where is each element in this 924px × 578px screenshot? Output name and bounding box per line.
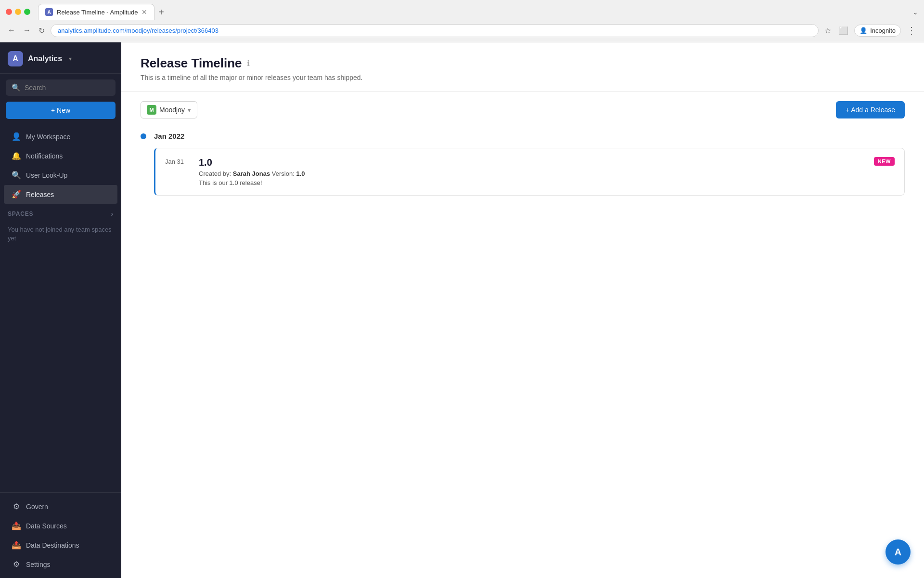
address-bar[interactable]: analytics.amplitude.com/moodjoy/releases…	[51, 24, 819, 37]
sidebar-item-settings[interactable]: ⚙ Settings	[4, 555, 117, 574]
app-chevron-icon: ▾	[69, 55, 72, 62]
release-date: Jan 31	[165, 157, 189, 165]
release-version: 1.0	[199, 157, 864, 168]
browser-more-button[interactable]: ⋮	[905, 23, 918, 38]
tab-close-button[interactable]: ✕	[141, 8, 147, 16]
sidebar: A Analytics ▾ 🔍 + New 👤 My Workspace 🔔 N…	[0, 42, 121, 578]
timeline-dot-icon	[141, 133, 146, 139]
address-base: analytics.amplitude.com	[58, 27, 125, 34]
tab-bar: Release Timeline - Amplitude ✕ +	[38, 4, 909, 20]
reload-button[interactable]: ↻	[37, 24, 47, 37]
active-tab[interactable]: Release Timeline - Amplitude ✕	[38, 4, 154, 20]
search-icon: 🔍	[12, 83, 21, 92]
search-input[interactable]	[25, 84, 110, 92]
maximize-window-button[interactable]	[24, 9, 30, 15]
forward-button[interactable]: →	[21, 24, 33, 37]
notifications-icon: 🔔	[12, 151, 21, 160]
back-button[interactable]: ←	[6, 24, 17, 37]
user-lookup-icon: 🔍	[12, 171, 21, 180]
sidebar-nav: 👤 My Workspace 🔔 Notifications 🔍 User Lo…	[0, 125, 121, 492]
sidebar-bottom: ⚙ Govern 📥 Data Sources 📤 Data Destinati…	[0, 492, 121, 578]
govern-icon: ⚙	[12, 502, 21, 511]
content-toolbar: M Moodjoy ▾ + Add a Release	[121, 92, 924, 128]
sidebar-item-label: Data Destinations	[26, 541, 79, 549]
spaces-label: SPACES	[8, 210, 33, 217]
my-workspace-icon: 👤	[12, 132, 21, 141]
timeline-month-jan2022: Jan 2022	[141, 132, 905, 140]
fab-button[interactable]: A	[886, 539, 911, 565]
incognito-icon: 👤	[860, 27, 867, 34]
address-text: analytics.amplitude.com/moodjoy/releases…	[58, 27, 811, 34]
sidebar-item-label: Settings	[26, 561, 51, 568]
page-title: Release Timeline	[141, 56, 242, 71]
info-icon[interactable]: ℹ	[247, 59, 250, 68]
sidebar-item-releases[interactable]: 🚀 Releases	[4, 185, 117, 204]
incognito-label: Incognito	[870, 27, 896, 34]
settings-icon: ⚙	[12, 560, 21, 569]
extensions-button[interactable]: ⬜	[837, 24, 850, 37]
sidebar-item-data-sources[interactable]: 📥 Data Sources	[4, 516, 117, 535]
tab-title: Release Timeline - Amplitude	[57, 9, 138, 16]
project-icon: M	[147, 105, 156, 115]
release-version-label: 1.0	[296, 170, 305, 177]
sidebar-item-label: My Workspace	[26, 133, 70, 141]
release-author: Sarah Jonas	[233, 170, 270, 177]
new-badge: NEW	[874, 157, 895, 166]
data-destinations-icon: 📤	[12, 540, 21, 550]
add-release-label: + Add a Release	[846, 106, 895, 114]
page-title-row: Release Timeline ℹ	[141, 56, 905, 71]
page-subtitle: This is a timeline of all the major or m…	[141, 74, 905, 81]
sidebar-search[interactable]: 🔍	[6, 79, 116, 96]
main-content: Release Timeline ℹ This is a timeline of…	[121, 42, 924, 578]
browser-nav-bar: ← → ↻ analytics.amplitude.com/moodjoy/re…	[0, 20, 924, 42]
spaces-empty-message: You have not joined any team spaces yet	[0, 221, 121, 250]
sidebar-item-label: Notifications	[26, 152, 63, 160]
nav-icons: ☆ ⬜ 👤 Incognito ⋮	[822, 23, 918, 38]
tab-favicon-icon	[45, 8, 53, 16]
bookmark-button[interactable]: ☆	[822, 24, 833, 37]
new-tab-button[interactable]: +	[154, 5, 168, 20]
sidebar-item-label: Releases	[26, 191, 54, 198]
release-description: This is our 1.0 release!	[199, 179, 864, 186]
timeline-month-label: Jan 2022	[154, 132, 184, 140]
sidebar-item-label: Govern	[26, 503, 48, 511]
new-button[interactable]: + New	[6, 102, 116, 119]
project-name: Moodjoy	[159, 106, 185, 114]
address-path: /moodjoy/releases/project/366403	[125, 27, 218, 34]
browser-chrome: Release Timeline - Amplitude ✕ + ⌄ ← → ↻…	[0, 0, 924, 42]
sidebar-item-notifications[interactable]: 🔔 Notifications	[4, 146, 117, 165]
sidebar-item-my-workspace[interactable]: 👤 My Workspace	[4, 127, 117, 146]
fab-icon: A	[895, 547, 901, 558]
minimize-window-button[interactable]	[15, 9, 21, 15]
page-header: Release Timeline ℹ This is a timeline of…	[121, 42, 924, 92]
window-controls	[6, 9, 30, 15]
project-chevron-icon: ▾	[188, 106, 191, 114]
project-selector[interactable]: M Moodjoy ▾	[141, 101, 197, 118]
releases-icon: 🚀	[12, 190, 21, 199]
release-info: 1.0 Created by: Sarah Jonas Version: 1.0…	[199, 157, 864, 186]
release-card[interactable]: Jan 31 1.0 Created by: Sarah Jonas Versi…	[154, 148, 905, 196]
sidebar-item-govern[interactable]: ⚙ Govern	[4, 497, 117, 516]
data-sources-icon: 📥	[12, 521, 21, 530]
sidebar-header: A Analytics ▾	[0, 42, 121, 74]
app-layout: A Analytics ▾ 🔍 + New 👤 My Workspace 🔔 N…	[0, 42, 924, 578]
sidebar-item-user-lookup[interactable]: 🔍 User Look-Up	[4, 166, 117, 184]
sidebar-item-label: Data Sources	[26, 522, 67, 530]
release-meta: Created by: Sarah Jonas Version: 1.0	[199, 170, 864, 177]
app-logo: A	[8, 51, 23, 66]
spaces-expand-icon[interactable]: ›	[111, 210, 114, 218]
close-window-button[interactable]	[6, 9, 12, 15]
timeline: Jan 2022 Jan 31 1.0 Created by: Sarah Jo…	[121, 128, 924, 215]
sidebar-item-label: User Look-Up	[26, 171, 67, 179]
app-name: Analytics	[28, 54, 62, 63]
incognito-badge: 👤 Incognito	[854, 25, 901, 37]
add-release-button[interactable]: + Add a Release	[836, 101, 905, 118]
sidebar-item-data-destinations[interactable]: 📤 Data Destinations	[4, 536, 117, 554]
browser-chevron-icon: ⌄	[912, 8, 918, 16]
sidebar-spaces-section: SPACES ›	[0, 204, 121, 221]
timeline-releases: Jan 31 1.0 Created by: Sarah Jonas Versi…	[154, 148, 905, 196]
